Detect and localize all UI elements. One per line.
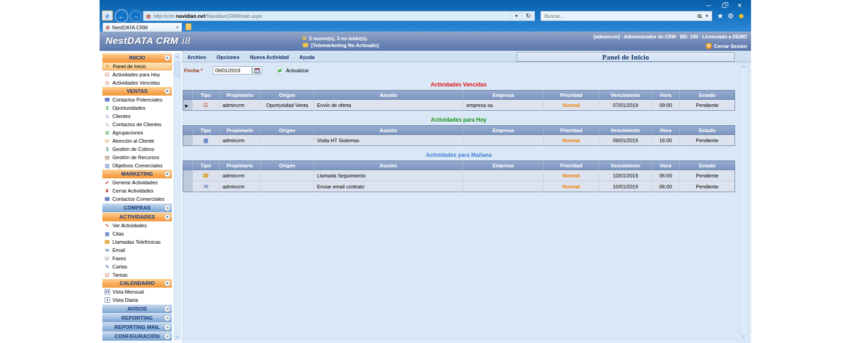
column-header-origen[interactable]: Origen (261, 91, 314, 100)
sidebar-item-agrupaciones[interactable]: ⊞Agrupaciones (102, 129, 172, 137)
url-dropdown-icon[interactable]: ▼ (511, 11, 522, 21)
column-header-propietario[interactable]: Propietario (219, 126, 261, 135)
column-header-hora[interactable]: Hora (652, 126, 680, 135)
ie-logo-button[interactable]: e (102, 11, 113, 21)
browser-tab[interactable]: ▦ NestDATA CRM × (102, 22, 182, 32)
row-selector-cell[interactable] (183, 135, 193, 146)
tab-close-icon[interactable]: × (176, 24, 179, 31)
sidebar-item-contactos-comerciales[interactable]: ☎Contactos Comerciales (102, 195, 172, 203)
row-selector-cell[interactable] (183, 181, 193, 192)
sidebar-item-panel-de-inicio[interactable]: ✎Panel de Inicio (102, 62, 172, 70)
sidebar-scrollbar[interactable] (174, 54, 181, 340)
main-scrollbar[interactable] (740, 63, 748, 340)
table-row[interactable]: ✉admincrm Enviar email contrato Normal10… (183, 181, 735, 192)
telemarketing-status-line[interactable]: ☎ [Telemarketing No Activado] (302, 42, 379, 48)
sidebar-section-inicio[interactable]: INICIO« (102, 54, 172, 62)
collapse-chevron-icon[interactable]: « (164, 280, 170, 286)
column-header-tipo[interactable]: Tipo (193, 161, 219, 170)
search-input[interactable] (541, 13, 698, 19)
column-header-empresa[interactable]: Empresa (463, 91, 544, 100)
feedback-smiley-icon[interactable]: ☻ (736, 12, 746, 20)
search-dropdown-icon[interactable]: ▼ (705, 14, 709, 18)
sidebar-item-citas[interactable]: ▦Citas (102, 230, 172, 238)
sidebar-item-gestion-de-cobros[interactable]: $Gestión de Cobros (102, 145, 172, 153)
column-header-vencimiento[interactable]: Vencimiento (599, 126, 652, 135)
expand-chevron-icon[interactable]: « (164, 205, 170, 211)
column-header-origen[interactable]: Origen (261, 161, 314, 170)
scroll-down-icon[interactable] (175, 334, 179, 338)
sidebar-item-objetivos-comerciales[interactable]: ▥Objetivos Comerciales (102, 161, 172, 170)
column-header-asunto[interactable]: Asunto (314, 161, 463, 170)
column-header-hora[interactable]: Hora (652, 91, 680, 100)
sidebar-item-contactos-potenciales[interactable]: ☎Contactos Potenciales (102, 96, 172, 104)
sidebar-item-cartas[interactable]: ✎Cartas (102, 263, 172, 271)
sidebar-section-reporting[interactable]: REPORTING« (102, 314, 172, 322)
column-header-propietario[interactable]: Propietario (219, 161, 261, 170)
forward-button[interactable]: → (130, 10, 142, 22)
back-button[interactable]: ← (115, 9, 128, 23)
collapse-chevron-icon[interactable]: « (164, 214, 170, 220)
column-header-hora[interactable]: Hora (652, 161, 680, 170)
collapse-chevron-icon[interactable]: « (164, 171, 170, 177)
actualizar-button[interactable]: ⇄ Actualizar (276, 67, 309, 74)
sidebar-section-avisos[interactable]: AVISOS« (102, 305, 172, 313)
expand-chevron-icon[interactable]: « (164, 315, 170, 321)
menu-nueva-actividad[interactable]: Nueva Actividad (250, 54, 289, 60)
address-bar[interactable]: ▦ http://crm.navidian.net/NavidianCRM/ma… (143, 11, 535, 21)
restore-button[interactable] (716, 0, 732, 11)
column-header-tipo[interactable]: Tipo (193, 126, 219, 135)
sidebar-item-email[interactable]: ✉Email (102, 246, 172, 254)
column-header-empresa[interactable]: Empresa (463, 161, 544, 170)
column-header-propietario[interactable]: Propietario (219, 91, 261, 100)
horizontal-scrollbar[interactable] (183, 338, 735, 342)
table-row[interactable]: ▦admincrm Visita HT Sistemas Normal09/01… (183, 135, 735, 146)
column-header-prioridad[interactable]: Prioridad (544, 161, 599, 170)
scroll-up-icon[interactable] (742, 65, 746, 69)
sidebar-section-ventas[interactable]: VENTAS« (102, 87, 172, 96)
collapse-chevron-icon[interactable]: « (164, 88, 170, 94)
scroll-thumb[interactable] (175, 62, 180, 78)
refresh-page-icon[interactable]: ↻ (522, 11, 535, 21)
menu-archivo[interactable]: Archivo (187, 54, 206, 60)
expand-chevron-icon[interactable]: « (164, 333, 170, 339)
menu-opciones[interactable]: Opciones (217, 54, 239, 60)
sidebar-item-oportunidades[interactable]: $Oportunidades (102, 104, 172, 112)
sidebar-section-configuracion[interactable]: CONFIGURACIÓN« (102, 332, 172, 341)
scroll-down-icon[interactable] (742, 334, 746, 338)
expand-chevron-icon[interactable]: « (164, 306, 170, 312)
column-header-vencimiento[interactable]: Vencimiento (599, 91, 652, 100)
sidebar-item-cerrar-actividades[interactable]: ✘Cerrar Actividades (102, 187, 172, 195)
fecha-input[interactable] (213, 66, 252, 75)
settings-gear-icon[interactable]: ⚙ (725, 12, 736, 20)
row-selector-cell[interactable]: ▶ (183, 100, 193, 111)
sidebar-item-vista-mensual[interactable]: 31Vista Mensual (102, 288, 172, 296)
column-header-estado[interactable]: Estado (680, 161, 735, 170)
favorites-star-icon[interactable]: ★ (715, 12, 725, 20)
mail-status-line[interactable]: ✉ 3 nuevo(s), 3 no leído(s). (302, 35, 379, 42)
calendar-button[interactable] (253, 66, 262, 75)
column-header-estado[interactable]: Estado (680, 126, 735, 135)
sidebar-item-generar-actividades[interactable]: ✔Generar Actividades (102, 178, 172, 187)
collapse-chevron-icon[interactable]: « (164, 55, 170, 61)
search-box[interactable]: ▼ (540, 11, 712, 21)
sidebar-item-actividades-para-hoy[interactable]: ☑Actividades para Hoy (102, 70, 172, 79)
sidebar-item-contactos-de-clientes[interactable]: ☺Contactos de Clientes (102, 120, 172, 129)
sidebar-item-llamadas-telefonicas[interactable]: ☎Llamadas Telefónicas (102, 238, 172, 246)
titlebar[interactable]: × (100, 0, 751, 11)
sidebar-item-actividades-vencidas[interactable]: ◷Actividades Vencidas (102, 79, 172, 87)
minimize-button[interactable] (701, 0, 716, 11)
column-header-tipo[interactable]: Tipo (193, 91, 219, 100)
sidebar-section-marketing[interactable]: MARKETING« (102, 170, 172, 178)
table-row[interactable]: ▶☑admincrmOportunidad VentaEnvío de ofer… (183, 100, 735, 111)
column-header-prioridad[interactable]: Prioridad (544, 91, 599, 100)
sidebar-item-vista-diaria[interactable]: 1Vista Diaria (102, 296, 172, 304)
column-header-asunto[interactable]: Asunto (314, 91, 463, 100)
column-header-empresa[interactable]: Empresa (463, 126, 544, 135)
sidebar-section-compras[interactable]: COMPRAS« (102, 204, 172, 212)
sidebar-item-faxes[interactable]: ☏Faxes (102, 254, 172, 263)
column-header-estado[interactable]: Estado (680, 91, 735, 100)
logout-link[interactable]: ✦ Cerrar Sesión (706, 43, 747, 49)
column-header-vencimiento[interactable]: Vencimiento (599, 161, 652, 170)
sidebar-item-clientes[interactable]: ☺Clientes (102, 112, 172, 120)
new-tab-button[interactable] (185, 23, 191, 30)
